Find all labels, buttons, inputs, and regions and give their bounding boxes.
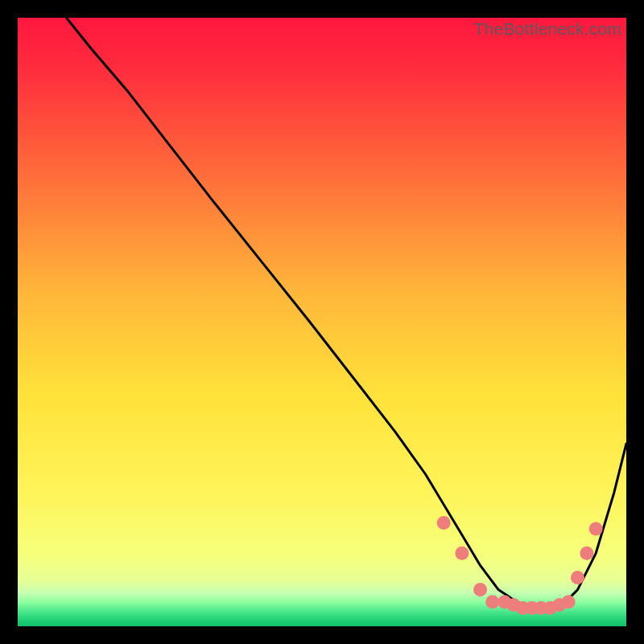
chart-background	[18, 18, 626, 626]
data-point-1	[455, 547, 469, 560]
data-point-0	[437, 516, 451, 530]
data-point-11	[562, 595, 576, 609]
watermark-text: TheBottleneck.com	[474, 19, 621, 39]
data-point-13	[580, 547, 593, 560]
chart-frame: TheBottleneck.com	[18, 18, 626, 626]
data-point-2	[473, 583, 487, 597]
data-point-3	[485, 595, 499, 609]
data-point-14	[589, 522, 603, 536]
data-point-12	[571, 571, 584, 584]
chart-svg	[18, 18, 626, 626]
